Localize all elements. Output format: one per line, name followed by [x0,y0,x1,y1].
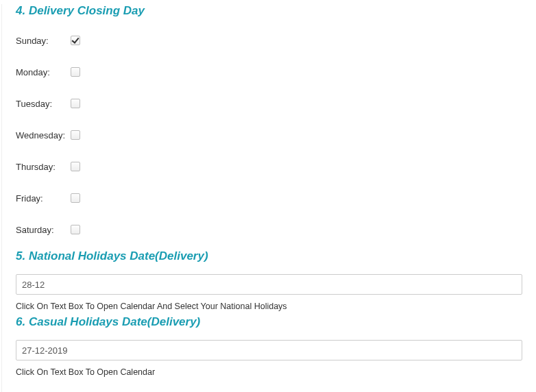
day-label-wednesday: Wednesday: [16,130,71,140]
day-row-sunday: Sunday: [16,25,522,56]
checkbox-saturday[interactable] [71,225,80,234]
section-title-national-holidays: 5. National Holidays Date(Delivery) [16,249,522,263]
day-row-friday: Friday: [16,182,522,214]
day-row-monday: Monday: [16,56,522,88]
day-row-tuesday: Tuesday: [16,88,522,119]
checkbox-tuesday[interactable] [71,99,80,108]
day-label-sunday: Sunday: [16,36,71,46]
national-holidays-input[interactable] [16,274,522,295]
checkbox-monday[interactable] [71,67,80,77]
section-title-casual-holidays: 6. Casual Holidays Date(Delivery) [16,315,522,329]
checkbox-friday[interactable] [71,193,80,203]
day-label-thursday: Thursday: [16,162,71,172]
day-row-saturday: Saturday: [16,214,522,245]
day-label-friday: Friday: [16,193,71,204]
casual-holidays-help: Click On Text Box To Open Calendar [16,367,522,377]
day-label-saturday: Saturday: [16,225,71,235]
day-row-thursday: Thursday: [16,151,522,182]
section-title-closing-day: 4. Delivery Closing Day [16,4,522,18]
checkbox-wednesday[interactable] [71,130,80,140]
day-label-tuesday: Tuesday: [16,99,71,109]
day-label-monday: Monday: [16,67,71,77]
day-row-wednesday: Wednesday: [16,119,522,151]
checkbox-sunday[interactable] [71,36,80,45]
checkbox-thursday[interactable] [71,162,80,171]
casual-holidays-input[interactable] [16,340,522,360]
national-holidays-help: Click On Text Box To Open Calendar And S… [16,302,522,311]
